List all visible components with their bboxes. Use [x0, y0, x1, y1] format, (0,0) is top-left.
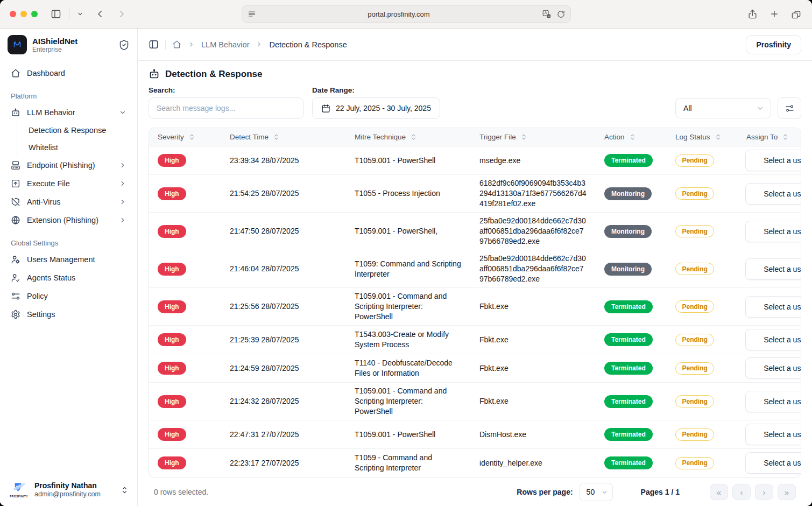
sort-icon[interactable]	[273, 133, 280, 140]
assign-user-select[interactable]: Select a user	[745, 452, 801, 474]
detections-table: Severity Detect Time Mitre Technique	[149, 128, 801, 477]
address-bar[interactable]: portal.prosfinity.com Aa	[242, 5, 571, 23]
shield-check-icon[interactable]	[118, 39, 130, 51]
chevron-right-icon	[256, 41, 263, 48]
sidebar-chevron-icon[interactable]	[77, 11, 83, 17]
severity-badge: High	[158, 154, 186, 167]
zoom-window-button[interactable]	[31, 11, 38, 17]
sidebar-item-anti-virus[interactable]: Anti-Virus	[6, 193, 131, 211]
tab-overview-icon[interactable]	[791, 9, 801, 19]
sort-icon[interactable]	[782, 133, 789, 140]
sliders-icon	[11, 291, 20, 301]
action-badge: Terminated	[604, 428, 653, 441]
mitre-technique-cell: T1059 - Command and Scripting Interprete…	[346, 449, 471, 477]
last-page-button[interactable]: »	[778, 484, 796, 500]
column-header[interactable]: Detect Time	[221, 128, 346, 146]
log-status-cell: Pending	[667, 146, 738, 174]
sidebar-brand: AIShieldNet Enterprise	[0, 29, 137, 60]
org-button[interactable]: Prosfinity	[746, 35, 801, 54]
column-header[interactable]: Trigger File	[471, 128, 596, 146]
page-title: Detection & Response	[165, 69, 262, 80]
severity-badge: High	[158, 395, 186, 408]
breadcrumb-llm-behavior[interactable]: LLM Behavior	[201, 40, 249, 49]
log-status-cell: Pending	[667, 449, 738, 477]
action-cell: Monitoring	[596, 213, 667, 250]
mitre-technique-cell: T1059.001 - PowerShell,	[346, 213, 471, 250]
assign-user-select[interactable]: Select a user	[745, 258, 801, 280]
log-status-cell: Pending	[667, 326, 738, 354]
column-header[interactable]: Action	[596, 128, 667, 146]
first-page-button[interactable]: «	[710, 484, 728, 500]
assign-user-select[interactable]: Select a user	[745, 391, 801, 412]
next-page-button[interactable]: ›	[755, 484, 773, 500]
column-header[interactable]: Severity	[149, 128, 221, 146]
table-row: High 22:47:31 27/07/2025 T1059.001 - Pow…	[149, 420, 801, 448]
date-range-button[interactable]: 22 July, 2025 - 30 July, 2025	[312, 97, 440, 119]
sidebar-item-endpoint-phishing[interactable]: Endpoint (Phishing)	[6, 156, 131, 174]
search-input[interactable]	[149, 97, 303, 119]
severity-cell: High	[149, 175, 221, 212]
share-icon[interactable]	[747, 9, 758, 19]
sort-icon[interactable]	[629, 133, 636, 140]
action-cell: Terminated	[596, 288, 667, 325]
home-breadcrumb-icon[interactable]	[172, 40, 181, 49]
brand-tier: Enterprise	[32, 46, 77, 53]
minimize-window-button[interactable]	[20, 11, 27, 17]
table-row: High 21:54:25 28/07/2025 T1055 - Process…	[149, 174, 801, 212]
filter-select[interactable]: All	[675, 98, 771, 118]
sidebar-item-llm-behavior[interactable]: LLM Behavior	[6, 103, 131, 122]
translate-icon[interactable]: Aa	[542, 9, 552, 19]
reader-view-icon[interactable]	[248, 10, 256, 18]
sort-icon[interactable]	[188, 133, 195, 140]
sort-icon[interactable]	[410, 133, 417, 140]
sort-icon[interactable]	[520, 133, 527, 140]
trigger-file-cell: msedge.exe	[471, 146, 596, 174]
forward-button-icon[interactable]	[117, 9, 126, 19]
assign-user-select[interactable]: Select a user	[745, 329, 801, 350]
user-account-card[interactable]: PROSFINITY Prosfinity Nathan admin@prosf…	[0, 475, 137, 506]
sidebar-item-execute-file[interactable]: Execute File	[6, 174, 131, 193]
sidebar-item-settings[interactable]: Settings	[6, 305, 131, 324]
assign-to-cell: Select a user	[738, 326, 801, 354]
sidebar-item-users-management[interactable]: Users Management	[6, 250, 131, 269]
detect-time-cell: 23:39:34 28/07/2025	[221, 146, 346, 174]
sidebar-item-whitelist[interactable]: Whitelist	[17, 139, 131, 156]
table-footer: 0 rows selected. Rows per page: 50 Pages…	[149, 478, 801, 506]
assign-user-select[interactable]: Select a user	[745, 424, 801, 445]
reload-icon[interactable]	[557, 10, 565, 18]
sidebar-item-detection-response[interactable]: Detection & Response	[17, 122, 131, 139]
assign-user-select[interactable]: Select a user	[745, 221, 801, 242]
search-label: Search:	[149, 86, 303, 94]
detect-time-cell: 21:54:25 28/07/2025	[221, 175, 346, 212]
sidebar-item-label: Agents Status	[27, 273, 75, 282]
column-header[interactable]: Assign To	[738, 128, 801, 146]
chevron-right-icon	[188, 41, 195, 48]
close-window-button[interactable]	[10, 11, 16, 17]
log-status-cell: Pending	[667, 354, 738, 382]
assign-to-cell: Select a user	[738, 175, 801, 212]
sidebar-item-agents-status[interactable]: Agents Status	[6, 269, 131, 287]
action-cell: Terminated	[596, 146, 667, 174]
rows-per-page-select[interactable]: 50	[580, 483, 613, 501]
new-tab-icon[interactable]	[769, 9, 779, 19]
sidebar-section-platform: Platform	[6, 82, 131, 103]
column-settings-button[interactable]	[778, 97, 801, 119]
column-header[interactable]: Mitre Technique	[346, 128, 471, 146]
assign-user-select[interactable]: Select a user	[745, 183, 801, 205]
page-header: LLM Behavior Detection & Response Prosfi…	[138, 29, 812, 61]
log-status-badge: Pending	[675, 395, 714, 407]
assign-user-select[interactable]: Select a user	[745, 150, 801, 171]
toolbar-divider	[69, 9, 69, 19]
back-button-icon[interactable]	[95, 9, 105, 19]
panel-left-icon[interactable]	[149, 39, 159, 50]
url-text[interactable]: portal.prosfinity.com	[256, 10, 542, 18]
assign-user-select[interactable]: Select a user	[745, 357, 801, 379]
sort-icon[interactable]	[715, 133, 722, 140]
prev-page-button[interactable]: ‹	[732, 484, 751, 500]
column-header[interactable]: Log Status	[667, 128, 738, 146]
sidebar-toggle-icon[interactable]	[51, 9, 61, 19]
sidebar-item-policy[interactable]: Policy	[6, 287, 131, 305]
assign-user-select[interactable]: Select a user	[745, 296, 801, 318]
sidebar-item-extension-phishing[interactable]: Extension (Phishing)	[6, 211, 131, 229]
sidebar-item-dashboard[interactable]: Dashboard	[6, 64, 131, 82]
